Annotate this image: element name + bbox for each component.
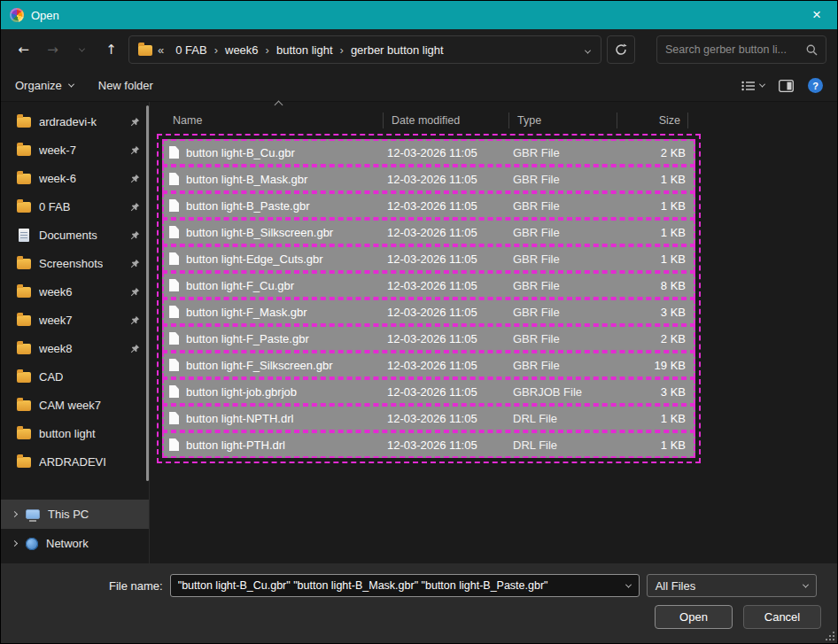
resize-grip[interactable] [825, 631, 834, 640]
sidebar-item[interactable]: week7 [1, 306, 149, 334]
file-row[interactable]: button light-B_Paste.gbr 12-03-2026 11:0… [162, 192, 695, 219]
column-header-type[interactable]: Type [509, 113, 617, 128]
forward-button[interactable]: → [41, 38, 65, 62]
expand-chevron-icon[interactable] [12, 511, 18, 517]
sidebar-item-label: button light [39, 427, 96, 440]
breadcrumb-bar[interactable]: « 0 FAB › week6 › button light › [128, 35, 601, 64]
file-icon [169, 146, 179, 159]
breadcrumb-item[interactable]: gerber button light [345, 43, 450, 57]
sidebar-item[interactable]: ARDRADEVI [1, 447, 149, 476]
column-header-name[interactable]: Name [157, 113, 384, 128]
chevron-down-icon [79, 45, 85, 51]
file-name-cell: button light-PTH.drl [164, 438, 387, 452]
breadcrumb-overflow[interactable]: « [156, 43, 166, 57]
search-input[interactable] [665, 43, 801, 56]
close-button[interactable]: × [796, 1, 837, 29]
file-date-modified: 12-03-2026 11:05 [387, 306, 513, 319]
breadcrumb-item[interactable]: 0 FAB [169, 43, 213, 57]
sidebar-scrollbar[interactable] [146, 105, 149, 481]
tree-item[interactable]: Network [1, 529, 149, 558]
file-row[interactable]: button light-F_Silkscreen.gbr 12-03-2026… [162, 352, 695, 378]
column-header-date-modified[interactable]: Date modified [384, 113, 509, 128]
file-date-modified: 12-03-2026 11:05 [387, 146, 513, 159]
recent-locations-button[interactable] [70, 38, 94, 62]
navigation-pane: ardradevi-k week-7 [1, 102, 150, 563]
sidebar-item[interactable]: week6 [1, 277, 149, 306]
new-folder-button[interactable]: New folder [98, 79, 153, 92]
file-icon [169, 199, 179, 212]
file-row[interactable]: button light-F_Paste.gbr 12-03-2026 11:0… [162, 325, 695, 352]
breadcrumb-item[interactable]: button light [270, 43, 339, 57]
file-icon [169, 226, 179, 238]
refresh-button[interactable] [607, 35, 635, 64]
cancel-button[interactable]: Cancel [743, 605, 821, 629]
sidebar-item[interactable]: 0 FAB [1, 192, 149, 221]
sort-ascending-icon [275, 101, 283, 110]
file-icon [169, 252, 179, 265]
file-row[interactable]: button light-B_Cu.gbr 12-03-2026 11:05 G… [162, 139, 695, 166]
file-name: button light-B_Silkscreen.gbr [186, 226, 333, 239]
sidebar-item[interactable]: week-6 [1, 164, 149, 192]
sidebar-item[interactable]: CAM week7 [1, 391, 149, 419]
sidebar-item-label: week7 [39, 314, 73, 327]
preview-pane-button[interactable] [779, 80, 794, 92]
file-row[interactable]: button light-F_Cu.gbr 12-03-2026 11:05 G… [162, 272, 695, 299]
file-size: 19 KB [621, 359, 694, 372]
file-row[interactable]: button light-F_Mask.gbr 12-03-2026 11:05… [162, 299, 695, 325]
file-date-modified: 12-03-2026 11:05 [387, 173, 513, 186]
sidebar-item[interactable]: week8 [1, 334, 149, 362]
address-dropdown-button[interactable] [586, 43, 592, 57]
new-folder-label: New folder [98, 79, 153, 92]
file-row[interactable]: button light-job.gbrjob 12-03-2026 11:05… [162, 378, 695, 405]
sidebar-item[interactable]: week-7 [1, 136, 149, 164]
organize-button[interactable]: Organize [15, 79, 74, 92]
file-size: 1 KB [621, 438, 694, 452]
file-row[interactable]: button light-PTH.drl 12-03-2026 11:05 DR… [162, 431, 695, 458]
chevron-down-icon [625, 581, 632, 587]
file-row[interactable]: button light-Edge_Cuts.gbr 12-03-2026 11… [162, 245, 695, 272]
sidebar-item-label: week6 [39, 285, 73, 299]
navigation-toolbar: ← → ↑ « 0 FAB › week6 › [1, 29, 837, 70]
sidebar-item-icon [17, 174, 31, 184]
file-name: button light-B_Paste.gbr [186, 199, 309, 213]
file-icon [169, 279, 179, 291]
back-button[interactable]: ← [12, 38, 35, 62]
sidebar-item[interactable]: CAD [1, 362, 149, 391]
file-type: GBR File [513, 199, 621, 213]
pin-icon [130, 259, 140, 268]
chevron-down-icon [68, 81, 74, 88]
tree-item[interactable]: This PC [1, 500, 149, 529]
combobox-dropdown-button[interactable] [619, 584, 639, 588]
file-row[interactable]: button light-B_Silkscreen.gbr 12-03-2026… [162, 219, 695, 245]
sidebar-item[interactable]: ardradevi-k [1, 107, 149, 136]
file-date-modified: 12-03-2026 11:05 [387, 226, 513, 239]
file-size: 2 KB [621, 146, 694, 159]
sidebar-item[interactable]: Screenshots [1, 249, 149, 277]
column-header-size[interactable]: Size [617, 113, 688, 128]
file-name: button light-PTH.drl [186, 438, 285, 452]
selection-rectangle: button light-B_Cu.gbr 12-03-2026 11:05 G… [157, 134, 701, 463]
file-type-select[interactable]: All Files [647, 574, 817, 597]
file-size: 1 KB [621, 226, 694, 239]
file-row[interactable]: button light-B_Mask.gbr 12-03-2026 11:05… [162, 166, 695, 192]
file-name-cell: button light-B_Cu.gbr [164, 146, 387, 159]
help-button[interactable]: ? [808, 78, 823, 93]
file-name-cell: button light-job.gbrjob [164, 385, 387, 399]
file-size: 3 KB [621, 306, 694, 319]
file-row[interactable]: button light-NPTH.drl 12-03-2026 11:05 D… [162, 405, 695, 431]
file-name-cell: button light-F_Silkscreen.gbr [164, 359, 387, 372]
open-dialog: Open × ← → ↑ « 0 FAB › week6 › [0, 0, 838, 644]
file-date-modified: 12-03-2026 11:05 [387, 252, 513, 266]
sidebar-item[interactable]: Documents [1, 221, 149, 249]
open-button[interactable]: Open [655, 605, 733, 629]
view-mode-button[interactable] [741, 80, 764, 92]
sidebar-item[interactable]: button light [1, 419, 149, 447]
pin-icon [130, 344, 140, 353]
expand-chevron-icon[interactable] [12, 540, 18, 547]
file-name-input[interactable] [171, 579, 619, 592]
pin-icon [130, 145, 140, 155]
up-button[interactable]: ↑ [99, 38, 123, 62]
file-name: button light-F_Paste.gbr [186, 332, 309, 345]
sidebar-item-label: week8 [39, 342, 73, 355]
breadcrumb-item[interactable]: week6 [219, 43, 265, 57]
